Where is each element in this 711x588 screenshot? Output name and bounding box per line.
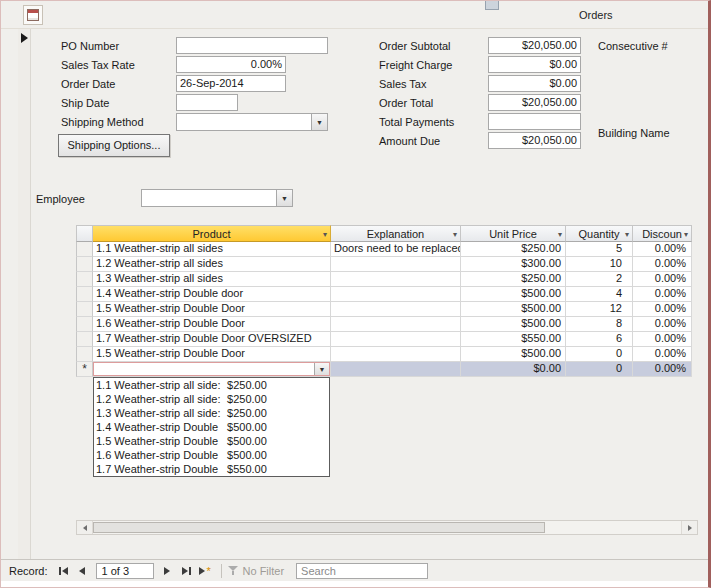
new-row-discount[interactable]: 0.00%	[633, 362, 692, 377]
shipping-options-button[interactable]: Shipping Options...	[58, 134, 170, 157]
cell-explanation[interactable]	[331, 347, 461, 362]
cell-quantity[interactable]: 4	[566, 287, 633, 302]
new-record-selector[interactable]: *	[76, 362, 93, 377]
scroll-left-button[interactable]	[77, 521, 93, 534]
po-number-field[interactable]	[176, 37, 328, 54]
new-row-unit-price[interactable]: $0.00	[461, 362, 566, 377]
cell-discount[interactable]: 0.00%	[633, 257, 692, 272]
header-row-selector[interactable]	[76, 225, 93, 242]
cell-product[interactable]: 1.5 Weather-strip Double Door	[93, 302, 331, 317]
row-selector[interactable]	[76, 317, 93, 332]
cell-explanation[interactable]	[331, 287, 461, 302]
cell-quantity[interactable]: 6	[566, 332, 633, 347]
cell-explanation[interactable]	[331, 317, 461, 332]
search-input[interactable]	[296, 563, 428, 579]
cell-unit-price[interactable]: $250.00	[461, 272, 566, 287]
record-selector-bar[interactable]	[18, 29, 31, 559]
previous-record-button[interactable]	[73, 563, 92, 579]
filter-arrow-icon[interactable]: ▾	[453, 229, 457, 238]
cell-unit-price[interactable]: $500.00	[461, 347, 566, 362]
cell-discount[interactable]: 0.00%	[633, 302, 692, 317]
cell-discount[interactable]: 0.00%	[633, 242, 692, 257]
column-header-discount[interactable]: Discoun ▾	[633, 225, 692, 242]
total-payments-field[interactable]	[488, 113, 581, 130]
form-view-button[interactable]	[23, 5, 43, 25]
cell-discount[interactable]: 0.00%	[633, 317, 692, 332]
dropdown-item[interactable]: 1.6 Weather-strip Double $500.00	[94, 448, 329, 462]
cell-product[interactable]: 1.5 Weather-strip Double Door	[93, 347, 331, 362]
sales-tax-field[interactable]: $0.00	[488, 75, 581, 92]
last-record-button[interactable]	[177, 563, 196, 579]
scrollbar-track[interactable]	[545, 521, 681, 534]
cell-quantity[interactable]: 10	[566, 257, 633, 272]
new-row-explanation[interactable]	[331, 362, 461, 377]
cell-unit-price[interactable]: $500.00	[461, 287, 566, 302]
row-selector[interactable]	[76, 302, 93, 317]
dropdown-item[interactable]: 1.5 Weather-strip Double $500.00	[94, 434, 329, 448]
order-total-field[interactable]: $20,050.00	[488, 94, 581, 111]
cell-product[interactable]: 1.3 Weather-strip all sides	[93, 272, 331, 287]
new-row-product-combo[interactable]: ▼	[93, 362, 331, 377]
cell-unit-price[interactable]: $300.00	[461, 257, 566, 272]
cell-explanation[interactable]	[331, 272, 461, 287]
column-header-product[interactable]: Product ▾	[93, 225, 331, 242]
cell-unit-price[interactable]: $550.00	[461, 332, 566, 347]
dropdown-item[interactable]: 1.1 Weather-strip all side: $250.00	[94, 378, 329, 392]
ship-date-field[interactable]	[176, 94, 238, 111]
amount-due-field[interactable]: $20,050.00	[488, 132, 581, 149]
cell-product[interactable]: 1.7 Weather-strip Double Door OVERSIZED	[93, 332, 331, 347]
row-selector[interactable]	[76, 272, 93, 287]
cell-quantity[interactable]: 5	[566, 242, 633, 257]
new-row-quantity[interactable]: 0	[566, 362, 633, 377]
first-record-button[interactable]	[54, 563, 73, 579]
filter-icon[interactable]	[228, 565, 239, 576]
column-header-explanation[interactable]: Explanation ▾	[331, 225, 461, 242]
cell-quantity[interactable]: 2	[566, 272, 633, 287]
cell-unit-price[interactable]: $500.00	[461, 302, 566, 317]
cell-product[interactable]: 1.2 Weather-strip all sides	[93, 257, 331, 272]
employee-dropdown-button[interactable]: ▼	[276, 190, 292, 206]
column-header-unit-price[interactable]: Unit Price ▾	[461, 225, 566, 242]
dropdown-item[interactable]: 1.7 Weather-strip Double $550.00	[94, 462, 329, 476]
freight-charge-field[interactable]: $0.00	[488, 56, 581, 73]
dropdown-item[interactable]: 1.2 Weather-strip all side: $250.00	[94, 392, 329, 406]
scrollbar-thumb[interactable]	[93, 522, 545, 533]
cell-explanation[interactable]	[331, 302, 461, 317]
row-selector[interactable]	[76, 257, 93, 272]
cell-discount[interactable]: 0.00%	[633, 347, 692, 362]
product-combo-dropdown-button[interactable]: ▼	[314, 363, 329, 375]
cell-product[interactable]: 1.6 Weather-strip Double Door	[93, 317, 331, 332]
order-subtotal-field[interactable]: $20,050.00	[488, 37, 581, 54]
next-record-button[interactable]	[158, 563, 177, 579]
filter-arrow-icon[interactable]: ▾	[558, 229, 562, 238]
cell-quantity[interactable]: 8	[566, 317, 633, 332]
cell-unit-price[interactable]: $250.00	[461, 242, 566, 257]
sales-tax-rate-field[interactable]: 0.00%	[176, 56, 286, 73]
shipping-method-dropdown-button[interactable]: ▼	[311, 114, 327, 130]
no-filter-label[interactable]: No Filter	[243, 565, 285, 577]
employee-combo[interactable]: ▼	[141, 189, 293, 207]
row-selector[interactable]	[76, 242, 93, 257]
record-position-box[interactable]: 1 of 3	[96, 563, 154, 579]
cell-explanation[interactable]	[331, 257, 461, 272]
cell-discount[interactable]: 0.00%	[633, 332, 692, 347]
row-selector[interactable]	[76, 287, 93, 302]
row-selector[interactable]	[76, 347, 93, 362]
cell-explanation[interactable]: Doors need to be replaced	[331, 242, 461, 257]
cell-explanation[interactable]	[331, 332, 461, 347]
filter-arrow-icon[interactable]: ▾	[323, 229, 327, 238]
subform-horizontal-scrollbar[interactable]	[76, 520, 698, 535]
cell-discount[interactable]: 0.00%	[633, 287, 692, 302]
filter-arrow-icon[interactable]: ▾	[684, 229, 688, 238]
cell-unit-price[interactable]: $500.00	[461, 317, 566, 332]
cell-discount[interactable]: 0.00%	[633, 272, 692, 287]
dropdown-item[interactable]: 1.4 Weather-strip Double $500.00	[94, 420, 329, 434]
cell-product[interactable]: 1.1 Weather-strip all sides	[93, 242, 331, 257]
cell-product[interactable]: 1.4 Weather-strip Double door	[93, 287, 331, 302]
cell-quantity[interactable]: 12	[566, 302, 633, 317]
row-selector[interactable]	[76, 332, 93, 347]
shipping-method-combo[interactable]: ▼	[176, 113, 328, 131]
scroll-right-button[interactable]	[681, 521, 697, 534]
product-combo-field[interactable]: ▼	[93, 362, 330, 376]
cell-quantity[interactable]: 0	[566, 347, 633, 362]
